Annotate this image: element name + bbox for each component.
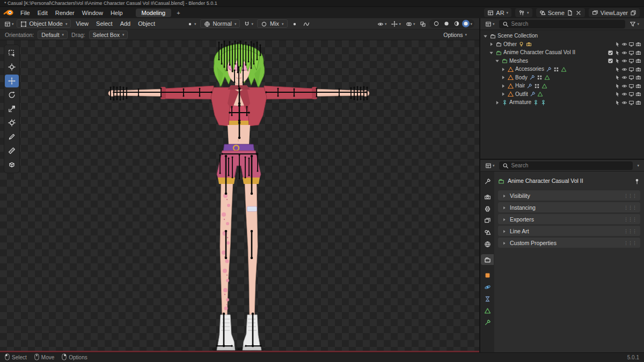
outliner-row-body[interactable]: Body bbox=[480, 73, 644, 82]
tool-scale[interactable] bbox=[5, 102, 19, 115]
shading-solid-button[interactable] bbox=[442, 20, 451, 27]
screen-toggle-icon[interactable] bbox=[628, 41, 634, 47]
outliner-row-meshes[interactable]: Meshes bbox=[480, 57, 644, 65]
pose-mode-dropdown[interactable]: ▾ bbox=[515, 8, 532, 17]
viewlayer-selector[interactable]: ViewLayer bbox=[589, 8, 640, 17]
camera-toggle-icon[interactable] bbox=[635, 49, 641, 56]
drag-grip[interactable]: ⋮⋮⋮ bbox=[624, 205, 636, 210]
menu-file[interactable]: File bbox=[17, 9, 34, 17]
check-toggle-icon[interactable] bbox=[608, 57, 613, 64]
unlink-scene-icon[interactable] bbox=[575, 9, 582, 16]
section-exporters[interactable]: Exporters⋮⋮⋮ bbox=[498, 214, 640, 224]
eye-toggle-icon[interactable] bbox=[621, 99, 627, 106]
properties-search-input[interactable]: Search bbox=[499, 161, 633, 170]
eye-toggle-icon[interactable] bbox=[621, 57, 627, 64]
scene-selector[interactable]: Scene bbox=[536, 8, 585, 17]
viewport-menu-add[interactable]: Add bbox=[116, 19, 135, 28]
screen-toggle-icon[interactable] bbox=[628, 57, 634, 64]
proportional-falloff-selector[interactable]: Mix▾ bbox=[257, 19, 288, 28]
orientation-dropdown[interactable]: Default▾ bbox=[38, 31, 68, 39]
screen-toggle-icon[interactable] bbox=[628, 83, 634, 89]
camera-toggle-icon[interactable] bbox=[635, 66, 641, 72]
object-visibility-button[interactable]: ▾ bbox=[376, 19, 389, 27]
menu-render[interactable]: Render bbox=[52, 9, 78, 17]
outliner-row-armature[interactable]: Armature bbox=[480, 98, 644, 107]
tool-move[interactable] bbox=[5, 75, 19, 87]
screen-toggle-icon[interactable] bbox=[628, 49, 634, 56]
gizmos-button[interactable]: ▾ bbox=[390, 19, 402, 27]
camera-toggle-icon[interactable] bbox=[635, 57, 641, 64]
properties-tab-tool[interactable] bbox=[481, 176, 494, 187]
new-scene-icon[interactable] bbox=[567, 9, 573, 16]
proportional-editing-toggle[interactable] bbox=[290, 19, 299, 27]
falloff-curve-button[interactable] bbox=[302, 19, 311, 27]
expand-right-icon[interactable] bbox=[500, 91, 506, 97]
menu-help[interactable]: Help bbox=[107, 9, 127, 17]
drag-grip[interactable]: ⋮⋮⋮ bbox=[624, 193, 636, 198]
tool-rotate[interactable] bbox=[5, 88, 19, 101]
eye-toggle-icon[interactable] bbox=[621, 74, 627, 80]
overlays-button[interactable]: ▾ bbox=[404, 19, 417, 27]
blender-logo-icon[interactable] bbox=[3, 9, 14, 16]
eye-toggle-icon[interactable] bbox=[621, 41, 627, 47]
add-workspace-button[interactable]: + bbox=[173, 9, 184, 17]
tool-options-button[interactable]: Options▾ bbox=[443, 32, 467, 38]
drag-grip[interactable]: ⋮⋮⋮ bbox=[624, 228, 636, 234]
properties-tab-modifiers[interactable] bbox=[481, 317, 494, 328]
tool-measure[interactable] bbox=[5, 144, 19, 157]
mode-selector[interactable]: Object Mode▾ bbox=[17, 19, 71, 28]
expand-down-icon[interactable] bbox=[494, 57, 500, 64]
screen-toggle-icon[interactable] bbox=[628, 91, 634, 97]
section-custom-properties[interactable]: Custom Properties⋮⋮⋮ bbox=[498, 238, 640, 248]
section-visibility[interactable]: Visibility⋮⋮⋮ bbox=[498, 190, 640, 201]
pointer-toggle-icon[interactable] bbox=[614, 41, 620, 47]
pointer-toggle-icon[interactable] bbox=[614, 66, 620, 72]
outliner-row-outfit[interactable]: Outfit bbox=[480, 90, 644, 99]
shading-material-button[interactable] bbox=[452, 20, 462, 27]
properties-tab-render[interactable] bbox=[481, 191, 494, 202]
ar-dropdown[interactable]: AR▾ bbox=[484, 8, 511, 17]
shading-rendered-button[interactable] bbox=[462, 20, 470, 27]
outliner-row-accessories[interactable]: Accessories bbox=[480, 65, 644, 73]
expand-right-icon[interactable] bbox=[488, 41, 494, 47]
properties-filter-button[interactable]: ▾ bbox=[635, 163, 641, 168]
drag-grip[interactable]: ⋮⋮⋮ bbox=[624, 217, 636, 222]
snap-toggle[interactable]: ▾ bbox=[242, 19, 255, 27]
properties-tab-data[interactable] bbox=[481, 305, 494, 316]
properties-tab-viewlayer[interactable] bbox=[481, 215, 494, 226]
viewport-menu-select[interactable]: Select bbox=[92, 19, 116, 28]
outliner-row-anime-character-casual-vol-ii[interactable]: Anime Character Casual Vol II bbox=[480, 48, 644, 57]
viewport-menu-object[interactable]: Object bbox=[134, 19, 159, 28]
outliner-filter-button[interactable]: ▾ bbox=[628, 20, 641, 28]
viewport-canvas[interactable] bbox=[0, 40, 479, 351]
check-toggle-icon[interactable] bbox=[608, 49, 613, 56]
eye-toggle-icon[interactable] bbox=[621, 91, 627, 97]
camera-toggle-icon[interactable] bbox=[635, 83, 641, 89]
tool-annotate[interactable] bbox=[5, 130, 19, 143]
timeline-collapsed-strip[interactable] bbox=[0, 351, 479, 352]
workspace-tab-modeling[interactable]: Modeling bbox=[136, 9, 172, 17]
drag-grip[interactable]: ⋮⋮⋮ bbox=[624, 240, 636, 246]
outliner-editor-type-button[interactable]: ▾ bbox=[484, 20, 496, 28]
properties-tab-world[interactable] bbox=[481, 239, 494, 249]
screen-toggle-icon[interactable] bbox=[628, 99, 634, 106]
properties-tab-scene[interactable] bbox=[481, 227, 494, 238]
camera-toggle-icon[interactable] bbox=[635, 41, 641, 47]
transform-orientation-selector[interactable]: Normal▾ bbox=[200, 19, 240, 28]
properties-tab-object[interactable] bbox=[481, 270, 494, 280]
section-line-art[interactable]: Line Art⋮⋮⋮ bbox=[498, 226, 640, 236]
pointer-toggle-icon[interactable] bbox=[614, 83, 620, 89]
tool-select-box[interactable] bbox=[5, 47, 19, 60]
pivot-point-button[interactable]: ▾ bbox=[185, 19, 198, 27]
outliner-row-hair[interactable]: Hair bbox=[480, 82, 644, 90]
expand-down-icon[interactable] bbox=[488, 49, 494, 56]
editor-type-button[interactable]: ▾ bbox=[3, 19, 16, 27]
pointer-toggle-icon[interactable] bbox=[614, 99, 620, 106]
expand-right-icon[interactable] bbox=[494, 99, 500, 106]
xray-toggle[interactable] bbox=[418, 19, 428, 27]
camera-toggle-icon[interactable] bbox=[635, 91, 641, 97]
screen-toggle-icon[interactable] bbox=[628, 66, 634, 72]
pointer-toggle-icon[interactable] bbox=[614, 74, 620, 80]
section-instancing[interactable]: Instancing⋮⋮⋮ bbox=[498, 202, 640, 212]
properties-tab-collection[interactable] bbox=[481, 254, 494, 265]
